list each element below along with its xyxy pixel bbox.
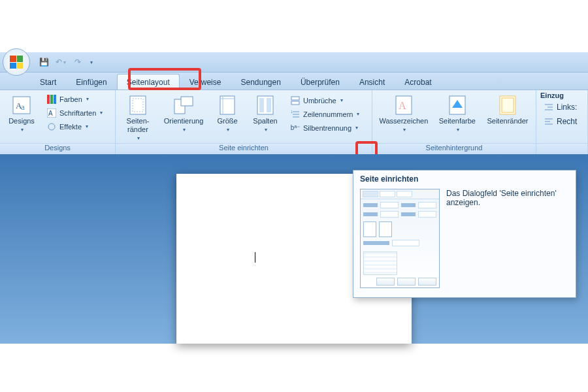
chevron-down-icon: ▾ (21, 125, 24, 134)
size-icon (217, 95, 238, 116)
fonts-icon: A (46, 108, 57, 118)
tab-start[interactable]: Start (30, 74, 66, 90)
line-numbers-button[interactable]: 1 Zeilennummern▾ (287, 108, 363, 121)
hyphenation-icon: bª⁻ (290, 123, 301, 133)
group-seitenhintergrund: A Wasserzeichen▾ Seitenfarbe▾ Seitenränd… (372, 90, 536, 155)
save-icon: 💾 (39, 57, 49, 67)
chevron-down-icon: ▾ (355, 123, 358, 133)
redo-button[interactable]: ↷ (72, 56, 84, 68)
svg-rect-3 (47, 95, 50, 104)
effects-icon (46, 122, 57, 132)
margins-label: Seiten- ränder (127, 117, 150, 134)
screenshot-stage: 💾 ↶▾ ↷ ▾ Start Einfügen Seitenlayout Ver… (0, 0, 588, 392)
colors-icon (46, 94, 57, 105)
group-seite-einrichten: Seiten- ränder▾ Orientierung▾ Größe▾ Spa… (116, 90, 372, 155)
chevron-down-icon: ▾ (457, 125, 459, 134)
chevron-down-icon: ▾ (357, 110, 359, 119)
size-button[interactable]: Größe▾ (211, 93, 244, 135)
colors-button[interactable]: Farben▾ (43, 93, 106, 106)
watermark-icon: A (393, 95, 414, 116)
svg-point-8 (48, 123, 55, 130)
page-borders-button[interactable]: Seitenränder (483, 93, 532, 126)
orientation-label: Orientierung (164, 117, 204, 125)
page-color-icon (447, 95, 468, 116)
chevron-down-icon: ▾ (183, 125, 186, 134)
page-borders-label: Seitenränder (487, 117, 528, 125)
ribbon: Aa Designs ▾ Farben▾ A Schriftarten▾ (0, 90, 588, 156)
tab-sendungen[interactable]: Sendungen (231, 74, 290, 90)
fonts-label: Schriftarten (59, 108, 96, 118)
designs-button[interactable]: Aa Designs ▾ (4, 93, 39, 135)
tab-einfuegen[interactable]: Einfügen (66, 74, 116, 90)
qat-customize-icon[interactable]: ▾ (90, 59, 93, 65)
page-color-button[interactable]: Seitenfarbe▾ (435, 93, 480, 135)
themes-icon: Aa (11, 95, 32, 116)
fonts-button[interactable]: A Schriftarten▾ (43, 106, 106, 120)
screentip: Seite einrichten Das Dialogfeld 'Seit (353, 170, 576, 298)
tab-acrobat[interactable]: Acrobat (395, 74, 441, 90)
chevron-down-icon: ▾ (403, 125, 406, 134)
tab-ueberpruefen[interactable]: Überprüfen (291, 74, 350, 90)
page-color-label: Seitenfarbe (439, 117, 476, 125)
svg-text:a: a (21, 102, 25, 112)
svg-rect-5 (54, 95, 56, 104)
undo-button[interactable]: ↶▾ (55, 56, 67, 68)
chevron-down-icon: ▾ (227, 125, 229, 134)
screentip-text: Das Dialogfeld 'Seite einrichten' anzeig… (446, 189, 564, 288)
group-designs: Aa Designs ▾ Farben▾ A Schriftarten▾ (0, 90, 116, 155)
svg-rect-29 (500, 96, 515, 114)
svg-rect-17 (259, 98, 264, 112)
svg-rect-18 (267, 98, 271, 112)
text-cursor (255, 252, 255, 263)
effects-button[interactable]: Effekte▾ (43, 120, 106, 133)
save-button[interactable]: 💾 (38, 56, 50, 68)
tab-seitenlayout[interactable]: Seitenlayout (117, 74, 180, 90)
size-label: Größe (217, 117, 237, 125)
orientation-button[interactable]: Orientierung▾ (160, 93, 207, 135)
columns-icon (255, 95, 276, 116)
svg-rect-20 (291, 101, 299, 105)
effects-label: Effekte (59, 122, 82, 131)
breaks-icon (290, 95, 301, 106)
svg-rect-4 (50, 95, 53, 104)
svg-text:1: 1 (291, 110, 293, 114)
tab-verweise[interactable]: Verweise (180, 74, 231, 90)
chevron-down-icon: ▾ (86, 95, 89, 104)
quick-access-toolbar: 💾 ↶▾ ↷ ▾ (38, 56, 93, 68)
redo-icon: ↷ (74, 57, 81, 67)
svg-text:A: A (399, 100, 406, 111)
svg-text:A: A (48, 110, 53, 117)
office-button[interactable] (3, 48, 30, 76)
designs-label: Designs (8, 117, 35, 125)
screentip-thumbnail (360, 189, 440, 288)
orientation-icon (173, 95, 194, 116)
title-bar: 💾 ↶▾ ↷ ▾ (0, 52, 588, 73)
line-numbers-icon: 1 (290, 109, 301, 120)
svg-rect-12 (181, 97, 193, 106)
columns-button[interactable]: Spalten▾ (248, 93, 283, 135)
chevron-down-icon: ▾ (265, 125, 267, 134)
margins-button[interactable]: Seiten- ränder▾ (120, 93, 156, 143)
indent-right-row: Recht (540, 115, 580, 128)
watermark-button[interactable]: A Wasserzeichen▾ (376, 93, 431, 135)
app-window: 💾 ↶▾ ↷ ▾ Start Einfügen Seitenlayout Ver… (0, 52, 588, 156)
indent-left-row: Links: (540, 101, 580, 114)
hyphenation-label: Silbentrennung (303, 123, 351, 133)
screentip-title: Seite einrichten (353, 171, 576, 186)
svg-rect-19 (291, 97, 299, 100)
hyphenation-button[interactable]: bª⁻ Silbentrennung▾ (287, 122, 363, 135)
tab-ansicht[interactable]: Ansicht (350, 74, 395, 90)
line-numbers-label: Zeilennummern (303, 110, 353, 119)
group-absatz: Einzug Links: Recht (536, 90, 588, 155)
page-borders-icon (497, 95, 518, 116)
undo-icon: ↶ (56, 57, 62, 67)
breaks-button[interactable]: Umbrüche▾ (287, 94, 363, 107)
watermark-label: Wasserzeichen (379, 117, 428, 125)
office-logo-icon (10, 56, 23, 69)
indent-left-icon (544, 102, 554, 112)
indent-right-label: Recht (557, 117, 577, 126)
chevron-down-icon: ▾ (340, 96, 343, 105)
breaks-label: Umbrüche (303, 96, 336, 105)
ribbon-tab-bar: Start Einfügen Seitenlayout Verweise Sen… (0, 73, 588, 90)
indent-right-icon (544, 116, 554, 127)
